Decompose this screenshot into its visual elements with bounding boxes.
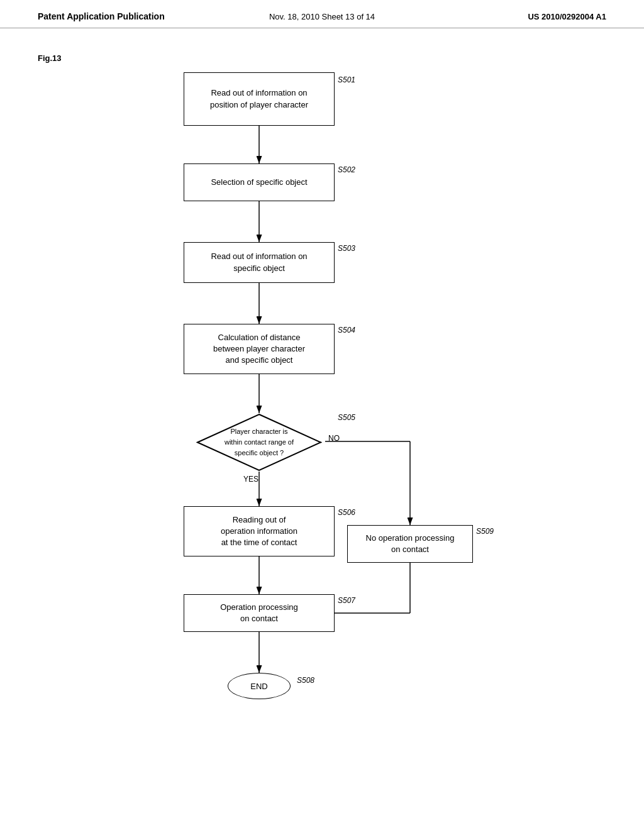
step-s501: Read out of information on position of p… — [184, 72, 335, 126]
no-label: NO — [328, 434, 340, 443]
header-patent: US 2010/0292004 A1 — [417, 12, 606, 21]
diagram-container: Fig.13 — [0, 28, 644, 821]
figure-label: Fig.13 — [38, 53, 62, 63]
step-s508: END — [228, 673, 291, 699]
step-label-s506: S506 — [338, 508, 355, 517]
step-label-s508: S508 — [297, 676, 314, 685]
header-date-sheet: Nov. 18, 2010 Sheet 13 of 14 — [227, 12, 416, 21]
step-label-s501: S501 — [338, 75, 355, 84]
step-label-s504: S504 — [338, 326, 355, 335]
step-label-s509: S509 — [476, 527, 494, 536]
step-label-s505: S505 — [338, 413, 355, 422]
yes-label: YES — [243, 475, 258, 484]
step-s505: Player character is within contact range… — [196, 413, 322, 472]
step-s506: Reading out of operation information at … — [184, 506, 335, 556]
step-label-s502: S502 — [338, 165, 355, 174]
step-s502: Selection of specific object — [184, 163, 335, 201]
step-label-s503: S503 — [338, 244, 355, 253]
step-s504: Calculation of distance between player c… — [184, 324, 335, 374]
step-label-s507: S507 — [338, 596, 355, 605]
flowchart: Read out of information on position of p… — [102, 53, 542, 795]
step-s507: Operation processing on contact — [184, 594, 335, 632]
header-title: Patent Application Publication — [38, 11, 227, 21]
page-header: Patent Application Publication Nov. 18, … — [0, 0, 644, 28]
step-s503: Read out of information on specific obje… — [184, 242, 335, 283]
step-s509: No operation processing on contact — [347, 525, 473, 563]
